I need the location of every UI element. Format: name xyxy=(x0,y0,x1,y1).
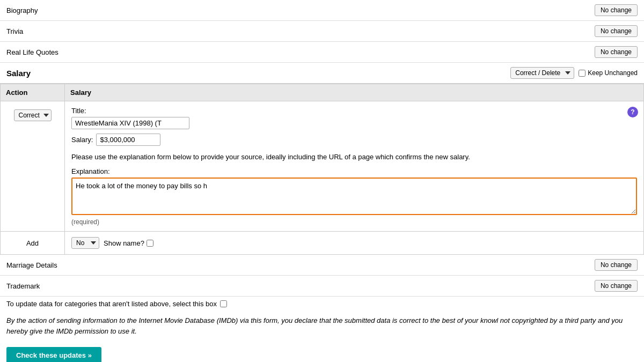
salary-table: Action Salary Correct Delete ? Title: Sa… xyxy=(0,84,644,255)
keep-unchanged-checkbox[interactable] xyxy=(579,70,586,77)
add-select[interactable]: No Yes xyxy=(71,237,99,249)
show-name-text: Show name? xyxy=(104,239,144,247)
source-note: Please use the explanation form below to… xyxy=(71,152,637,162)
action-select-wrapper: Correct Delete xyxy=(14,109,52,121)
add-options-cell: No Yes Show name? xyxy=(65,232,643,254)
disclaimer-text: By the action of sending information to … xyxy=(0,311,644,341)
page-wrapper: Biography No change Trivia No change Rea… xyxy=(0,0,644,362)
marriage-details-row: Marriage Details No change xyxy=(0,255,644,276)
add-row: Add No Yes Show name? xyxy=(1,232,643,254)
salary-section-title: Salary xyxy=(6,69,31,78)
title-field-label: Title: xyxy=(71,107,637,115)
col-action-cell: Correct Delete xyxy=(1,101,65,231)
marriage-details-no-change-btn[interactable]: No change xyxy=(595,259,638,271)
salary-table-header: Action Salary xyxy=(1,84,643,101)
trivia-no-change-btn[interactable]: No change xyxy=(595,25,638,37)
trivia-label: Trivia xyxy=(6,27,23,35)
trivia-row: Trivia No change xyxy=(0,21,644,42)
real-life-quotes-row: Real Life Quotes No change xyxy=(0,42,644,63)
action-select[interactable]: Correct Delete xyxy=(14,109,52,121)
show-name-label[interactable]: Show name? xyxy=(104,239,153,247)
required-label: (required) xyxy=(71,218,637,226)
biography-row: Biography No change xyxy=(0,0,644,21)
explanation-label: Explanation: xyxy=(71,167,637,175)
trademark-label: Trademark xyxy=(6,282,40,290)
marriage-details-label: Marriage Details xyxy=(6,261,57,269)
col-salary-header: Salary xyxy=(65,84,643,101)
keep-unchanged-text: Keep Unchanged xyxy=(588,69,638,77)
biography-no-change-btn[interactable]: No change xyxy=(595,4,638,16)
col-action-header: Action xyxy=(1,84,65,101)
help-icon[interactable]: ? xyxy=(627,107,638,117)
update-checkbox-text: To update data for categories that aren'… xyxy=(6,300,217,308)
title-input[interactable] xyxy=(71,117,189,129)
salary-field-label: Salary: xyxy=(71,136,93,144)
update-checkbox-row: To update data for categories that aren'… xyxy=(0,297,644,311)
correct-delete-select[interactable]: Correct / Delete No change Delete xyxy=(510,67,574,79)
real-life-quotes-no-change-btn[interactable]: No change xyxy=(595,46,638,58)
add-select-wrapper: No Yes xyxy=(71,237,99,249)
keep-unchanged-label[interactable]: Keep Unchanged xyxy=(579,69,638,77)
salary-table-body-row: Correct Delete ? Title: Salary: Please u… xyxy=(1,101,643,232)
salary-controls: Correct / Delete No change Delete Keep U… xyxy=(510,67,638,79)
col-salary-cell: ? Title: Salary: Please use the explanat… xyxy=(65,101,643,231)
biography-label: Biography xyxy=(6,6,38,14)
check-updates-button[interactable]: Check these updates » xyxy=(6,347,101,362)
trademark-row: Trademark No change xyxy=(0,276,644,297)
trademark-no-change-btn[interactable]: No change xyxy=(595,280,638,292)
show-name-checkbox[interactable] xyxy=(147,240,153,247)
explanation-textarea[interactable] xyxy=(71,178,637,215)
salary-amount-input[interactable] xyxy=(96,134,160,146)
real-life-quotes-label: Real Life Quotes xyxy=(6,48,58,56)
salary-header: Salary Correct / Delete No change Delete… xyxy=(0,63,644,84)
add-cell-label: Add xyxy=(1,232,65,254)
update-categories-checkbox[interactable] xyxy=(220,300,227,307)
salary-amount-row: Salary: xyxy=(71,134,637,146)
